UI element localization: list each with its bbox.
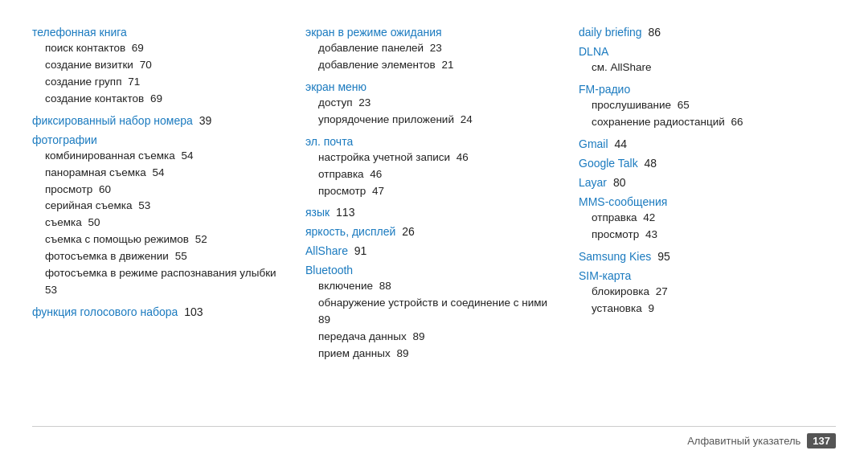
entry-number: 26 bbox=[399, 225, 414, 238]
sub-entry: отправка 46 bbox=[305, 166, 563, 183]
sub-entry-number: 69 bbox=[147, 92, 162, 104]
entry-title: фотографии bbox=[32, 133, 97, 146]
entry-title-line: телефонная книга bbox=[32, 26, 289, 39]
entry-title-line: MMS-сообщения bbox=[579, 195, 836, 208]
section-0-1: фиксированный набор номера 39 bbox=[32, 114, 289, 127]
sub-entry: съемка с помощью режимов 52 bbox=[32, 231, 289, 248]
section-1-1: экран менюдоступ 23упорядочение приложен… bbox=[305, 80, 563, 129]
entry-number: 91 bbox=[351, 244, 366, 257]
sub-entry-number: 24 bbox=[457, 113, 473, 125]
section-1-2: эл. почтанастройка учетной записи 46отпр… bbox=[305, 135, 563, 200]
section-1-4: яркость, дисплей 26 bbox=[305, 225, 563, 238]
entry-title: DLNA bbox=[579, 45, 608, 58]
sub-entry-number: 65 bbox=[674, 99, 690, 111]
entry-title: Bluetooth bbox=[305, 264, 353, 276]
entry-title: daily briefing bbox=[579, 26, 642, 39]
entry-title-line: Google Talk 48 bbox=[579, 157, 836, 170]
sub-entry: передача данных 89 bbox=[305, 329, 563, 346]
entry-number: 44 bbox=[612, 137, 627, 150]
entry-title: телефонная книга bbox=[32, 26, 127, 39]
section-0-3: функция голосового набора 103 bbox=[32, 305, 289, 318]
sub-entry: создание контактов 69 bbox=[32, 91, 289, 108]
sub-entry-number: 89 bbox=[394, 347, 409, 359]
section-2-6: MMS-сообщенияотправка 42просмотр 43 bbox=[579, 195, 836, 244]
entry-title: экран в режиме ожидания bbox=[305, 26, 442, 39]
entry-title-line: Gmail 44 bbox=[579, 137, 836, 150]
sub-entry-number: 46 bbox=[367, 168, 383, 180]
section-2-8: SIM-картаблокировка 27установка 9 bbox=[579, 269, 836, 317]
entry-title: функция голосового набора bbox=[32, 305, 178, 318]
page: телефонная книгапоиск контактов 69создан… bbox=[0, 0, 868, 471]
entry-number: 48 bbox=[641, 157, 657, 170]
sub-entry: создание визитки 70 bbox=[32, 57, 289, 74]
section-2-1: DLNAсм. AllShare bbox=[579, 45, 836, 76]
sub-entry-number: 71 bbox=[125, 76, 140, 88]
section-0-2: фотографиикомбинированная съемка 54панор… bbox=[32, 133, 289, 299]
section-1-3: язык 113 bbox=[305, 206, 563, 219]
sub-entry: см. AllShare bbox=[579, 59, 836, 76]
sub-entry: съемка 50 bbox=[32, 215, 289, 231]
entry-title: MMS-сообщения bbox=[579, 195, 667, 208]
sub-entry: настройка учетной записи 46 bbox=[305, 149, 563, 166]
sub-entry: обнаружение устройств и соединение с ним… bbox=[305, 295, 563, 329]
entry-number: 86 bbox=[645, 26, 661, 39]
sub-entry-number: 53 bbox=[45, 284, 57, 296]
section-1-5: AllShare 91 bbox=[305, 244, 563, 257]
sub-entry: создание групп 71 bbox=[32, 74, 289, 91]
column-2: daily briefing 86DLNAсм. AllShareFM-ради… bbox=[579, 26, 836, 426]
sub-entry: панорамная съемка 54 bbox=[32, 165, 289, 182]
entry-title: фиксированный набор номера bbox=[32, 114, 193, 127]
section-2-7: Samsung Kies 95 bbox=[579, 250, 836, 263]
entry-title-line: SIM-карта bbox=[579, 269, 836, 282]
section-2-4: Google Talk 48 bbox=[579, 157, 836, 170]
sub-entry: прием данных 89 bbox=[305, 346, 563, 362]
sub-entry: просмотр 47 bbox=[305, 183, 563, 200]
entry-number: 95 bbox=[654, 250, 669, 263]
entry-title: яркость, дисплей bbox=[305, 225, 395, 238]
sub-entry: установка 9 bbox=[579, 301, 836, 317]
sub-entry: включение 88 bbox=[305, 278, 563, 295]
entry-title-line: DLNA bbox=[579, 45, 836, 58]
entry-title: экран меню bbox=[305, 80, 366, 93]
entry-title-line: Bluetooth bbox=[305, 264, 563, 276]
sub-entry-number: 23 bbox=[427, 42, 442, 54]
footer-page: 137 bbox=[807, 433, 836, 448]
sub-entry: добавление элементов 21 bbox=[305, 57, 563, 74]
entry-title-line: фиксированный набор номера 39 bbox=[32, 114, 289, 127]
entry-title-line: яркость, дисплей 26 bbox=[305, 225, 563, 238]
sub-entry: комбинированная съемка 54 bbox=[32, 148, 289, 165]
entry-title: Gmail bbox=[579, 137, 608, 150]
entry-title-line: язык 113 bbox=[305, 206, 563, 219]
entry-number: 39 bbox=[196, 114, 211, 127]
entry-title-line: экран в режиме ожидания bbox=[305, 26, 563, 39]
section-2-5: Layar 80 bbox=[579, 176, 836, 189]
sub-entry: доступ 23 bbox=[305, 95, 563, 112]
sub-entry-number: 89 bbox=[410, 330, 425, 342]
sub-entry: фотосъемка в движении 55 bbox=[32, 248, 289, 265]
sub-entry: сохранение радиостанций 66 bbox=[579, 114, 836, 131]
entry-title-line: Layar 80 bbox=[579, 176, 836, 189]
entry-title-line: AllShare 91 bbox=[305, 244, 563, 257]
entry-title: Google Talk bbox=[579, 157, 638, 170]
entry-title: Samsung Kies bbox=[579, 250, 651, 263]
sub-entry-number: 42 bbox=[641, 211, 656, 223]
sub-entry-number: 70 bbox=[137, 59, 152, 71]
footer-label: Алфавитный указатель bbox=[687, 435, 800, 447]
entry-title: язык bbox=[305, 206, 330, 219]
sub-entry-number: 50 bbox=[85, 216, 100, 228]
section-2-2: FM-радиопрослушивание 65сохранение радио… bbox=[579, 83, 836, 131]
sub-entry-number: 55 bbox=[172, 250, 187, 262]
column-0: телефонная книгапоиск контактов 69создан… bbox=[32, 26, 305, 426]
entry-title: FM-радио bbox=[579, 83, 630, 96]
entry-number: 103 bbox=[181, 305, 203, 318]
sub-entry: упорядочение приложений 24 bbox=[305, 112, 563, 129]
sub-entry-number: 54 bbox=[178, 149, 194, 162]
sub-entry: отправка 42 bbox=[579, 210, 836, 227]
entry-title-line: Samsung Kies 95 bbox=[579, 250, 836, 263]
entry-title: эл. почта bbox=[305, 135, 353, 148]
sub-entry: просмотр 60 bbox=[32, 182, 289, 199]
entry-title-line: экран меню bbox=[305, 80, 563, 93]
section-1-6: Bluetoothвключение 88обнаружение устройс… bbox=[305, 264, 563, 362]
section-2-3: Gmail 44 bbox=[579, 137, 836, 150]
sub-entry-number: 47 bbox=[369, 185, 384, 197]
